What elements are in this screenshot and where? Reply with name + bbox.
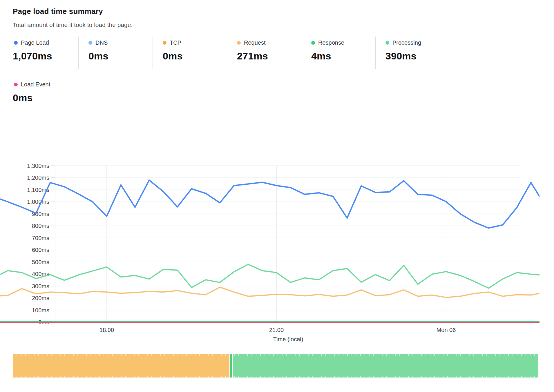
legend-stat-response[interactable]: Response4ms (301, 37, 375, 69)
legend-stat-header: Response (311, 39, 375, 46)
series-color-dot (14, 41, 18, 45)
series-summary-value: 271ms (237, 50, 301, 62)
series-color-dot (163, 41, 166, 45)
y-tick-label: 700ms (32, 235, 49, 241)
page-title: Page load time summary (13, 7, 103, 16)
series-color-dot (311, 41, 315, 45)
series-line-processing[interactable] (0, 264, 539, 288)
y-tick-label: 800ms (32, 223, 49, 229)
y-tick-label: 400ms (32, 271, 49, 277)
series-summary-value: 0ms (163, 50, 227, 62)
series-line-page-load[interactable] (0, 166, 539, 228)
legend-stat-dns[interactable]: DNS0ms (78, 37, 153, 69)
status-timeline-bar[interactable] (13, 354, 538, 378)
legend-stat-header: Processing (385, 39, 450, 46)
series-label: Processing (392, 39, 421, 46)
legend-stat-header: DNS (88, 39, 153, 46)
y-tick-label: 100ms (32, 307, 49, 313)
series-color-dot (385, 41, 389, 45)
legend-stat-tcp[interactable]: TCP0ms (153, 37, 227, 69)
series-label: Request (244, 39, 266, 46)
legend-stat-header: Page Load (13, 39, 78, 46)
series-label: Response (318, 39, 344, 46)
series-summary-value: 390ms (385, 50, 450, 62)
legend-stat-load-event[interactable]: Load Event0ms (13, 81, 100, 104)
y-tick-label: 500ms (32, 259, 49, 265)
y-tick-label: 300ms (32, 283, 49, 289)
y-tick-label: 900ms (32, 211, 49, 217)
y-tick-label: 1,000ms (27, 199, 49, 205)
status-bar-segment-passing-period[interactable] (233, 354, 538, 378)
series-summary-value: 0ms (88, 50, 153, 62)
chart-svg[interactable]: 0ms100ms200ms300ms400ms500ms600ms700ms80… (0, 160, 539, 347)
status-bar-segment-transition-sliver[interactable] (230, 354, 232, 378)
x-axis-title: Time (local) (273, 336, 303, 342)
legend-stat-processing[interactable]: Processing390ms (375, 37, 450, 69)
legend-stat-request[interactable]: Request271ms (227, 37, 301, 69)
x-tick-label: 21:00 (269, 327, 284, 333)
status-bar-segment-degraded-period[interactable] (13, 354, 229, 378)
y-tick-label: 600ms (32, 247, 49, 253)
legend-stats-row-2: Load Event0ms (13, 78, 100, 104)
y-tick-label: 1,200ms (27, 175, 49, 181)
series-color-dot (88, 41, 92, 45)
x-tick-label: Mon 06 (437, 327, 456, 333)
legend-stat-header: TCP (163, 39, 227, 46)
legend-stat-header: Load Event (13, 81, 100, 88)
y-tick-label: 1,300ms (27, 163, 49, 169)
legend-stat-page-load[interactable]: Page Load1,070ms (13, 37, 78, 69)
series-label: Page Load (21, 39, 49, 46)
series-summary-value: 1,070ms (13, 50, 78, 62)
legend-stats-row: Page Load1,070msDNS0msTCP0msRequest271ms… (13, 37, 450, 69)
series-label: DNS (95, 39, 108, 46)
page-subtitle: Total amount of time it took to load the… (13, 21, 133, 28)
series-summary-value: 4ms (311, 50, 375, 62)
series-color-dot (237, 41, 241, 45)
series-label: TCP (170, 39, 181, 46)
series-label: Load Event (21, 81, 50, 88)
y-tick-label: 200ms (32, 295, 49, 301)
series-color-dot (14, 83, 18, 86)
legend-stat-header: Request (237, 39, 301, 46)
x-tick-label: 18:00 (99, 327, 114, 333)
series-summary-value: 0ms (13, 92, 100, 104)
